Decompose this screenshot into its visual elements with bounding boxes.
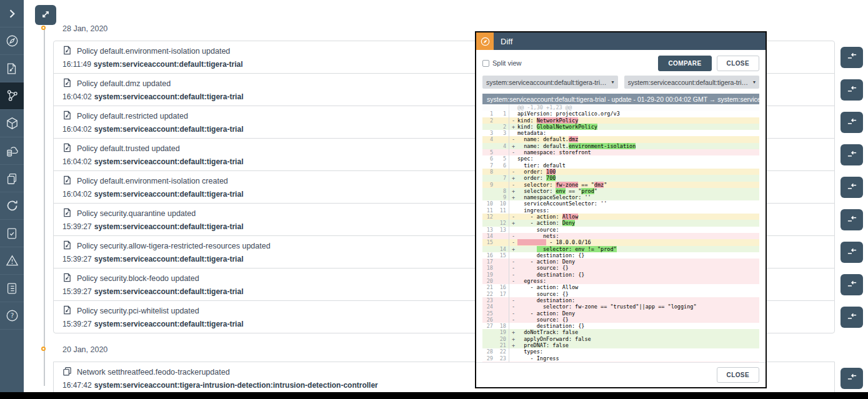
entry-account: system:serviceaccount:tigera-intrusion-d… xyxy=(94,381,378,390)
entry-account: system:serviceaccount:default:tigera-tri… xyxy=(94,157,244,166)
diff-line: 2822 types: xyxy=(482,348,759,355)
diff-file-header: system:serviceaccount:default:tigera-tri… xyxy=(482,94,759,104)
refresh-icon xyxy=(5,199,19,213)
diff-line: 7+ order: 700 xyxy=(482,175,759,181)
policy-doc-icon xyxy=(62,78,72,89)
report-icon xyxy=(5,282,19,295)
policy-doc-icon xyxy=(62,175,72,187)
entry-title: Policy default.trusted updated xyxy=(77,144,180,153)
network-graph-icon xyxy=(5,89,19,103)
entry-time: 15:39:27 xyxy=(62,287,92,296)
diff-line: 2-kind: NetworkPolicy xyxy=(482,117,759,124)
entry-title: Policy security.block-feodo updated xyxy=(77,274,199,283)
entry-time: 15:39:27 xyxy=(62,320,92,328)
policy-doc-icon xyxy=(62,111,72,122)
diff-line: 2923 - Ingress xyxy=(482,355,759,362)
revision-select-right[interactable]: system:serviceaccount:default:tigera-tri… xyxy=(624,76,760,89)
sidebar-item-cloud-stack[interactable] xyxy=(0,137,24,165)
diff-line: 1615 destination: {} xyxy=(482,252,759,259)
timeline-date-label: 28 Jan, 2020 xyxy=(62,24,107,33)
entry-title: Policy security.quarantine updated xyxy=(77,209,196,218)
entry-time: 15:39:27 xyxy=(62,222,92,231)
diff-line: 2718 destination: {} xyxy=(482,323,759,329)
sidebar-item-warning[interactable] xyxy=(0,247,24,275)
diff-line: 19- destination: {} xyxy=(482,272,759,278)
brand-compass-icon xyxy=(476,32,494,50)
diff-converge-icon xyxy=(847,312,857,323)
sidebar-item-compass[interactable] xyxy=(0,27,24,55)
open-diff-button[interactable] xyxy=(841,177,863,198)
window-edge xyxy=(0,392,868,399)
diff-converge-icon xyxy=(847,280,857,290)
diff-line: 2116 - action: Allow xyxy=(482,284,759,290)
diff-converge-icon xyxy=(847,85,857,96)
diff-line: 1313 source: xyxy=(482,227,759,233)
open-diff-button[interactable] xyxy=(841,47,863,68)
cube-icon xyxy=(5,116,19,131)
sidebar-item-refresh[interactable] xyxy=(0,192,24,220)
entry-time: 16:04:02 xyxy=(62,125,92,134)
open-diff-button[interactable] xyxy=(841,209,863,230)
diff-line: 12- - action: Allow xyxy=(482,214,759,220)
entry-account: system:serviceaccount:default:tigera-tri… xyxy=(94,287,244,296)
svg-text:?: ? xyxy=(10,312,14,319)
diff-line: 17- - action: Deny xyxy=(482,259,759,265)
entry-title: Policy default.dmz updated xyxy=(77,79,171,88)
sidebar-item-chevron-right[interactable] xyxy=(0,0,24,27)
open-diff-button[interactable] xyxy=(841,368,863,389)
sidebar-item-cube[interactable] xyxy=(0,110,24,137)
entry-account: system:serviceaccount:default:tigera-tri… xyxy=(94,320,244,328)
diff-line: 14- nets: xyxy=(482,233,759,239)
entry-account: system:serviceaccount:default:tigera-tri… xyxy=(94,125,244,134)
diff-converge-icon xyxy=(847,117,857,128)
cloud-stack-icon xyxy=(5,144,19,158)
split-view-checkbox[interactable] xyxy=(482,60,489,67)
sidebar-item-report[interactable] xyxy=(0,275,24,302)
entry-title: Policy default.environment-isolation cre… xyxy=(77,177,228,185)
sidebar-item-doc-check[interactable] xyxy=(0,220,24,247)
chevron-down-icon: ▾ xyxy=(750,79,756,85)
timeline-date-marker xyxy=(41,26,46,30)
open-diff-button[interactable] xyxy=(841,242,863,263)
diff-line: 25- - action: Deny xyxy=(482,310,759,317)
diff-line: 33 metadata: xyxy=(482,130,759,136)
open-diff-button[interactable] xyxy=(841,307,863,328)
help-icon: ? xyxy=(5,308,19,323)
split-view-toggle[interactable]: Split view xyxy=(482,59,521,67)
entry-title: Policy security.allow-tigera-restricted-… xyxy=(77,242,271,250)
diff-line: 12+ - action: Deny xyxy=(482,220,759,226)
chevron-right-icon xyxy=(6,7,18,20)
entry-account: system:serviceaccount:default:tigera-tri… xyxy=(94,190,244,199)
diff-line: 21+ preDNAT: false xyxy=(482,342,759,348)
policy-doc-icon xyxy=(62,305,72,317)
sidebar-item-network-graph[interactable] xyxy=(0,82,24,110)
chevron-down-icon: ▾ xyxy=(608,79,614,85)
open-diff-button[interactable] xyxy=(841,79,863,101)
open-diff-button[interactable] xyxy=(841,112,863,133)
sidebar-item-help[interactable]: ? xyxy=(0,302,24,330)
entry-time: 15:39:27 xyxy=(62,255,92,264)
diff-line: 20+ applyOnForward: false xyxy=(482,336,759,342)
compare-button[interactable]: COMPARE xyxy=(658,56,711,71)
revision-select-left[interactable]: system:serviceaccount:default:tigera-tri… xyxy=(482,76,618,89)
diff-modal-footer: CLOSE xyxy=(476,362,766,387)
policy-edit-icon xyxy=(5,62,19,76)
diff-line: 2+kind: GlobalNetworkPolicy xyxy=(482,124,759,130)
entry-time: 16:04:02 xyxy=(62,92,92,101)
close-button[interactable]: CLOSE xyxy=(717,56,759,71)
diff-line: 23- destination: xyxy=(482,297,759,303)
sidebar-item-policy-edit[interactable] xyxy=(0,55,24,82)
diff-line: 18- source: {} xyxy=(482,265,759,271)
diff-line: 11 apiVersion: projectcalico.org/v3 xyxy=(482,111,759,117)
diff-line: 65 spec: xyxy=(482,155,759,162)
footer-close-button[interactable]: CLOSE xyxy=(717,367,759,383)
policy-doc-icon xyxy=(62,240,72,252)
entry-time: 16:11:49 xyxy=(62,60,91,69)
sidebar-item-copy[interactable] xyxy=(0,165,24,192)
diff-line: 24- selector: fw-zone == "trusted"||app … xyxy=(482,303,759,310)
diff-line: 15- - 18.0.0.0/16 xyxy=(482,239,759,245)
revision-select-left-value: system:serviceaccount:default:tigera-tri… xyxy=(486,79,608,86)
open-diff-button[interactable] xyxy=(841,144,863,165)
open-diff-button[interactable] xyxy=(841,274,863,295)
entry-title: Network setthreatfeed.feodo-trackerupdat… xyxy=(77,368,230,377)
